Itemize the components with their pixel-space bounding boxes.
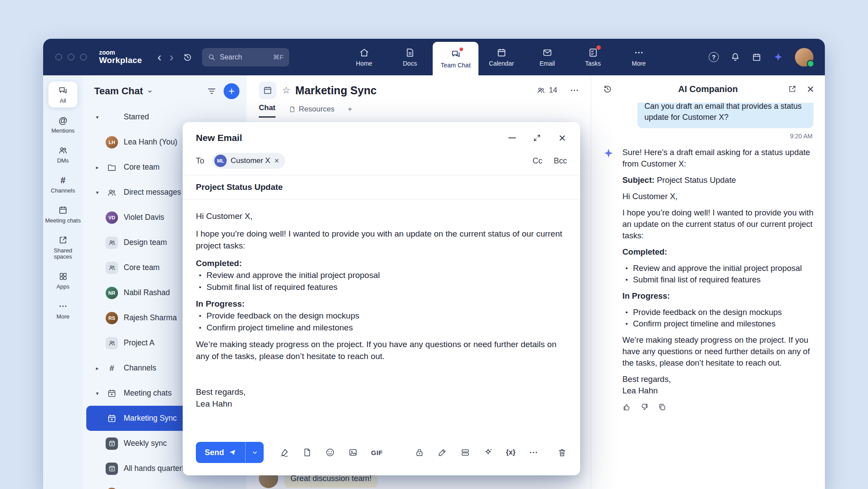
- ai-history-icon[interactable]: [603, 84, 612, 94]
- nav-email[interactable]: Email: [524, 39, 570, 75]
- variables-icon[interactable]: {x}: [506, 448, 515, 456]
- nav-more[interactable]: More: [616, 39, 662, 75]
- ai-closing: We’re making steady progress on the proj…: [622, 334, 813, 369]
- back-button[interactable]: ‹: [154, 51, 166, 63]
- email-completed-label: Completed:: [196, 257, 567, 269]
- zoom-workplace-logo: zoom Workplace: [99, 49, 142, 65]
- encrypt-lock-icon[interactable]: [415, 448, 424, 457]
- help-icon[interactable]: ?: [709, 52, 719, 62]
- maximize-window-button[interactable]: [80, 54, 87, 60]
- image-icon[interactable]: [348, 448, 358, 457]
- emoji-icon[interactable]: [325, 448, 335, 457]
- folder-icon: [106, 161, 118, 174]
- meeting-calendar-icon: [58, 205, 68, 215]
- nav-calendar[interactable]: Calendar: [478, 39, 524, 75]
- member-count[interactable]: 14: [537, 86, 557, 95]
- logo-workplace-text: Workplace: [99, 56, 142, 65]
- thumbs-down-icon[interactable]: [640, 403, 649, 411]
- notifications-bell-icon[interactable]: [730, 52, 740, 62]
- minimize-window-button[interactable]: [68, 54, 74, 60]
- history-icon[interactable]: [183, 52, 192, 62]
- chevron-down-icon: [251, 448, 259, 456]
- top-navbar: zoom Workplace ‹ › Search ⌘F Home Docs T…: [43, 39, 825, 75]
- tab-add[interactable]: +: [348, 105, 352, 118]
- to-label: To: [196, 156, 204, 166]
- calendar-quick-icon[interactable]: [752, 52, 761, 62]
- ai-compose-sparkle-icon[interactable]: [483, 448, 493, 457]
- caret-right-icon[interactable]: ▸: [96, 365, 106, 371]
- rail-item-mentions[interactable]: @ Mentions: [44, 111, 81, 137]
- ai-signoff: Best regards,: [622, 374, 813, 385]
- docs-icon: [405, 47, 415, 58]
- caret-right-icon[interactable]: ▸: [96, 164, 106, 170]
- caret-down-icon[interactable]: ▾: [96, 189, 106, 196]
- minimize-icon[interactable]: [508, 137, 516, 138]
- search-icon: [208, 53, 216, 61]
- user-message-bubble: Can you draft an email that provides a s…: [637, 103, 813, 128]
- search-input[interactable]: Search ⌘F: [202, 48, 289, 67]
- recipient-chip[interactable]: ML Customer X ✕: [212, 153, 285, 169]
- tasks-icon: [588, 47, 598, 58]
- rail-item-channels[interactable]: # Channels: [44, 171, 81, 197]
- meeting-calendar-icon: [106, 437, 118, 450]
- forward-button[interactable]: ›: [166, 51, 177, 63]
- channel-more-icon[interactable]: [570, 85, 579, 95]
- at-mention-icon: @: [59, 115, 67, 126]
- ai-completed-label: Completed:: [622, 246, 813, 258]
- email-icon: [542, 47, 552, 58]
- thumbs-up-icon[interactable]: [622, 403, 631, 411]
- rail-item-dms[interactable]: DMs: [44, 141, 81, 167]
- rail-item-all[interactable]: All: [48, 82, 77, 107]
- notification-dot: [596, 45, 601, 50]
- open-in-new-window-icon[interactable]: [788, 85, 797, 93]
- more-icon: [634, 47, 644, 58]
- subject-field[interactable]: Project Status Update: [183, 175, 580, 200]
- filter-icon[interactable]: [207, 86, 217, 96]
- signature-icon[interactable]: [280, 448, 289, 457]
- expand-icon[interactable]: [533, 133, 541, 142]
- meeting-calendar-icon: [106, 412, 118, 425]
- user-avatar[interactable]: [795, 48, 813, 67]
- tab-chat[interactable]: Chat: [259, 104, 276, 118]
- ai-sparkle-icon: [603, 147, 616, 411]
- sidebar-item-lea-rajesh-1-1[interactable]: LR Lea/Rajesh 1:1: [86, 481, 243, 489]
- bcc-button[interactable]: Bcc: [554, 156, 567, 166]
- send-options-dropdown[interactable]: [245, 442, 264, 463]
- hash-icon: #: [106, 362, 118, 374]
- remove-recipient-icon[interactable]: ✕: [274, 157, 280, 164]
- ai-companion-sparkle-icon[interactable]: [773, 52, 783, 63]
- cc-button[interactable]: Cc: [533, 156, 542, 166]
- ai-signature: Lea Hahn: [622, 385, 813, 396]
- template-icon[interactable]: [302, 448, 312, 457]
- more-options-icon[interactable]: [529, 448, 538, 457]
- navbar-quick-actions: ?: [709, 48, 813, 67]
- meeting-calendar-icon: [106, 387, 118, 400]
- sidebar-title-dropdown[interactable]: Team Chat: [94, 85, 153, 97]
- ai-intro: Sure! Here’s a draft email asking for a …: [622, 147, 813, 170]
- close-window-button[interactable]: [55, 54, 62, 60]
- tab-resources[interactable]: Resources: [289, 105, 335, 118]
- gif-icon[interactable]: GIF: [371, 449, 383, 456]
- caret-down-icon[interactable]: ▾: [96, 390, 106, 396]
- rail-item-apps[interactable]: Apps: [44, 267, 81, 293]
- new-chat-button[interactable]: +: [224, 83, 239, 99]
- nav-tasks[interactable]: Tasks: [570, 39, 616, 75]
- layout-rows-icon[interactable]: [460, 448, 470, 457]
- rail-item-more[interactable]: More: [44, 297, 81, 323]
- nav-docs[interactable]: Docs: [387, 39, 433, 75]
- avatar: NR: [106, 287, 118, 299]
- star-channel-icon[interactable]: ☆: [282, 85, 291, 96]
- delete-draft-icon[interactable]: [557, 448, 567, 457]
- email-body-editor[interactable]: Hi Customer X, I hope you’re doing well!…: [183, 200, 580, 436]
- rail-item-shared-spaces[interactable]: Shared spaces: [44, 231, 81, 263]
- send-button[interactable]: Send: [196, 442, 245, 463]
- close-panel-icon[interactable]: ✕: [806, 85, 814, 94]
- edit-pencil-icon[interactable]: [438, 448, 447, 457]
- caret-down-icon[interactable]: ▾: [96, 114, 106, 120]
- nav-home[interactable]: Home: [341, 39, 387, 75]
- chat-bubble-icon: [58, 85, 68, 96]
- close-icon[interactable]: ✕: [558, 133, 566, 143]
- copy-icon[interactable]: [658, 403, 666, 411]
- nav-team-chat[interactable]: Team Chat: [433, 42, 478, 75]
- rail-item-meeting-chats[interactable]: Meeting chats: [44, 201, 81, 227]
